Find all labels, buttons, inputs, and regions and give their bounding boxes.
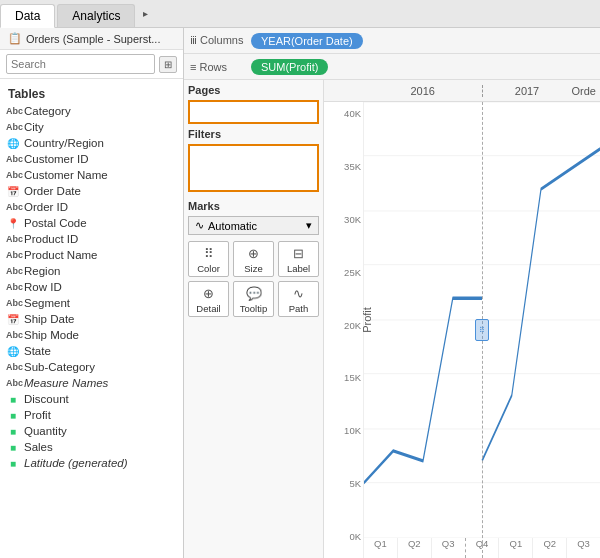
tables-section: Tables Abc Category Abc City 🌐 Country/R… (0, 79, 183, 558)
globe-icon: 🌐 (6, 138, 20, 149)
source-icon: 📋 (8, 32, 22, 45)
order-date-field[interactable]: 📅 Order Date (0, 183, 183, 199)
quantity-field[interactable]: ■ Quantity (0, 423, 183, 439)
marks-wave-icon: ∿ (195, 219, 204, 232)
measure-icon: ■ (6, 410, 20, 421)
field-label: Category (24, 105, 175, 117)
sidebar: 📋 Orders (Sample - Superst... ⊞ Tables A… (0, 28, 184, 558)
field-label: Segment (24, 297, 175, 309)
dropdown-arrow-icon: ▾ (306, 219, 312, 232)
state-field[interactable]: 🌐 State (0, 343, 183, 359)
sales-field[interactable]: ■ Sales (0, 439, 183, 455)
tables-label: Tables (0, 83, 183, 103)
y-tick-15k: 15K (326, 372, 361, 383)
calendar-icon: 📅 (6, 314, 20, 325)
grid-view-button[interactable]: ⊞ (159, 56, 177, 73)
marks-color-button[interactable]: ⠿ Color (188, 241, 229, 277)
category-field[interactable]: Abc Category (0, 103, 183, 119)
abc-icon: Abc (6, 378, 20, 388)
pages-drop-target[interactable] (188, 100, 319, 124)
y-tick-0k: 0K (326, 531, 361, 542)
measure-names-field[interactable]: Abc Measure Names (0, 375, 183, 391)
row-id-field[interactable]: Abc Row ID (0, 279, 183, 295)
app-container: Data Analytics ▸ 📋 Orders (Sample - Supe… (0, 0, 600, 558)
ship-mode-field[interactable]: Abc Ship Mode (0, 327, 183, 343)
chart-area: 2016 2017 Orde 40K 35K 30K (324, 80, 600, 558)
q2-2016-label: Q2 (398, 538, 432, 558)
q3-2016-label: Q3 (432, 538, 466, 558)
abc-icon: Abc (6, 154, 20, 164)
country-region-field[interactable]: 🌐 Country/Region (0, 135, 183, 151)
field-label: Ship Date (24, 313, 175, 325)
year-2017-col: 2017 Orde (483, 85, 601, 97)
left-panels: Pages Filters Marks ∿ Automatic (184, 80, 324, 558)
measure-icon: ■ (6, 426, 20, 437)
tab-arrow[interactable]: ▸ (137, 4, 154, 23)
chart-plot: Profit ⠿ (364, 102, 600, 558)
discount-field[interactable]: ■ Discount (0, 391, 183, 407)
ship-date-field[interactable]: 📅 Ship Date (0, 311, 183, 327)
workspace: Pages Filters Marks ∿ Automatic (184, 80, 600, 558)
sub-category-field[interactable]: Abc Sub-Category (0, 359, 183, 375)
profit-field[interactable]: ■ Profit (0, 407, 183, 423)
year-2016-col: 2016 (364, 85, 483, 97)
order-id-field[interactable]: Abc Order ID (0, 199, 183, 215)
year-2016-label: 2016 (364, 85, 482, 97)
postal-code-field[interactable]: 📍 Postal Code (0, 215, 183, 231)
color-icon: ⠿ (204, 246, 214, 261)
drag-indicator[interactable]: ⠿ (475, 319, 489, 341)
abc-icon: Abc (6, 234, 20, 244)
field-label: Quantity (24, 425, 175, 437)
latitude-field[interactable]: ■ Latitude (generated) (0, 455, 183, 471)
field-label: Product ID (24, 233, 175, 245)
source-label: Orders (Sample - Superst... (26, 33, 161, 45)
search-bar: ⊞ (0, 50, 183, 79)
marks-path-button[interactable]: ∿ Path (278, 281, 319, 317)
tab-data[interactable]: Data (0, 4, 55, 28)
abc-icon: Abc (6, 362, 20, 372)
field-label: Product Name (24, 249, 175, 261)
data-source[interactable]: 📋 Orders (Sample - Superst... (0, 28, 183, 50)
columns-pill[interactable]: YEAR(Order Date) (251, 33, 363, 49)
rows-pill[interactable]: SUM(Profit) (251, 59, 328, 75)
abc-icon: Abc (6, 330, 20, 340)
product-id-field[interactable]: Abc Product ID (0, 231, 183, 247)
abc-icon: Abc (6, 202, 20, 212)
marks-path-label: Path (289, 303, 309, 314)
search-input[interactable] (6, 54, 155, 74)
abc-icon: Abc (6, 282, 20, 292)
abc-icon: Abc (6, 122, 20, 132)
abc-icon: Abc (6, 298, 20, 308)
field-label: Order ID (24, 201, 175, 213)
marks-size-button[interactable]: ⊕ Size (233, 241, 274, 277)
calendar-icon: 📅 (6, 186, 20, 197)
marks-type-dropdown[interactable]: ∿ Automatic ▾ (188, 216, 319, 235)
customer-name-field[interactable]: Abc Customer Name (0, 167, 183, 183)
year-2017-label: 2017 (483, 85, 572, 97)
q2-2017-label: Q2 (533, 538, 567, 558)
filters-title: Filters (188, 128, 319, 140)
region-field[interactable]: Abc Region (0, 263, 183, 279)
filters-drop-target[interactable] (188, 144, 319, 192)
size-icon: ⊕ (248, 246, 259, 261)
product-name-field[interactable]: Abc Product Name (0, 247, 183, 263)
marks-label-button[interactable]: ⊟ Label (278, 241, 319, 277)
y-tick-35k: 35K (326, 161, 361, 172)
tab-analytics[interactable]: Analytics (57, 4, 135, 27)
pin-icon: 📍 (6, 218, 20, 229)
field-label: Order Date (24, 185, 175, 197)
marks-type-label: Automatic (208, 220, 257, 232)
marks-tooltip-button[interactable]: 💬 Tooltip (233, 281, 274, 317)
order-label: Orde (572, 85, 600, 97)
field-label: Postal Code (24, 217, 175, 229)
abc-icon: Abc (6, 266, 20, 276)
marks-title: Marks (188, 200, 319, 212)
segment-field[interactable]: Abc Segment (0, 295, 183, 311)
marks-detail-button[interactable]: ⊕ Detail (188, 281, 229, 317)
chart-year-header: 2016 2017 Orde (324, 80, 600, 102)
q1-2016-label: Q1 (364, 538, 398, 558)
city-field[interactable]: Abc City (0, 119, 183, 135)
customer-id-field[interactable]: Abc Customer ID (0, 151, 183, 167)
q3-2017-label: Q3 (567, 538, 600, 558)
marks-buttons-grid: ⠿ Color ⊕ Size ⊟ Label (188, 241, 319, 317)
